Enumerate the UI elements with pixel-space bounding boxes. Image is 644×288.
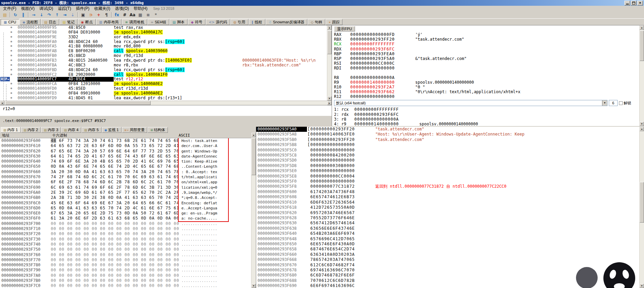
disasm-vscrollbar-track[interactable]: [327, 30, 332, 96]
dump-row[interactable]: 000000000293F7A000 00 00 00 00 00 00 00 …: [0, 273, 251, 278]
function-highlight-button[interactable]: fx: [113, 12, 121, 18]
menu-help[interactable]: 帮助(H): [131, 6, 150, 12]
dump-row[interactable]: 000000000293F6603A 20 30 0D 0A 41 63 63 …: [0, 169, 251, 174]
disasm-row[interactable]: ●0000000140009F9E33D2xor edx,edx: [0, 35, 327, 40]
dump-row[interactable]: 000000000293F6F061 3A 20 6E 6F 2D 63 61 …: [0, 216, 251, 221]
breakpoint-dot[interactable]: ●: [10, 45, 12, 47]
disasm-row[interactable]: ●0000000140009FC2E8 29020000call spoolsv…: [0, 73, 327, 77]
dump-tab-2[interactable]: ▤内存 2: [21, 127, 41, 133]
tab-breakpoints[interactable]: ◉断点: [78, 19, 96, 25]
tab-graph[interactable]: ◈流程图: [20, 19, 41, 25]
tab-log[interactable]: ▤日志: [41, 19, 59, 25]
register-row[interactable]: R120000000000000000: [334, 94, 639, 99]
dump-row[interactable]: 000000000293F61064 65 63 72 2E 63 6F 6D …: [0, 143, 251, 148]
argument-row[interactable]: 3: r8000000000000000A: [334, 117, 639, 122]
stack-row[interactable]: 000000000293F6906E6F69746163696C: [256, 283, 639, 288]
calling-convention-select[interactable]: 默认 (x64 fastcall) ▼: [334, 100, 607, 106]
register-row[interactable]: R90000000140000000spoolsv.00000001400000…: [334, 80, 639, 85]
dump-row[interactable]: 000000000293F76000 00 00 00 00 00 00 00 …: [0, 252, 251, 258]
tab-script[interactable]: ▤脚本: [170, 19, 187, 25]
tab-references[interactable]: ◎引用: [230, 19, 248, 25]
window-close-button[interactable]: ×: [637, 1, 643, 5]
disasm-row[interactable]: ●0000000140009FABE8 B0F00200call spoolsv…: [0, 49, 327, 54]
breakpoint-dot[interactable]: ●: [10, 92, 12, 95]
dump-tab-3[interactable]: ▤内存 3: [41, 127, 61, 133]
stack-row[interactable]: 000000000293F6106D6F632E72636564: [256, 200, 639, 205]
dump-row[interactable]: 000000000293F6C045 6E 63 6F 64 69 6E 67 …: [0, 201, 251, 206]
register-row[interactable]: R8000000000000000A: [334, 75, 639, 80]
disasm-row[interactable]: ●0000000140009FD30F84 09010000je spoolsv…: [0, 91, 327, 96]
dump-tab-6[interactable]: ◉监视 1: [102, 127, 121, 133]
dump-row[interactable]: 000000000293F72000 00 00 00 00 00 00 00 …: [0, 231, 251, 236]
stack-row[interactable]: 000000000293F6206957203A746E6567: [256, 210, 639, 215]
breakpoint-dot[interactable]: ●: [10, 64, 12, 66]
breakpoint-dot[interactable]: ●: [10, 49, 12, 52]
registers-vscrollbar-thumb[interactable]: [640, 30, 644, 61]
disasm-hscrollbar-track[interactable]: [4, 101, 327, 105]
register-row[interactable]: R11000000000293F662"0\r\nAccept: text/ht…: [334, 89, 639, 94]
stack-row[interactable]: 000000000293F6486576696C412D7065: [256, 236, 639, 242]
run-to-cursor-button[interactable]: ⇥: [61, 12, 69, 18]
breakpoint-dot[interactable]: ●: [10, 59, 12, 62]
dump-tab-5[interactable]: ▤内存 5: [82, 127, 102, 133]
stack-row[interactable]: 000000000293F668786574203A747065: [256, 257, 639, 262]
label-button[interactable]: #: [121, 12, 129, 18]
tab-source[interactable]: <>源代码: [206, 19, 230, 25]
dump-row[interactable]: 000000000293F64074 69 6F 6E 3A 20 4B 65 …: [0, 159, 251, 164]
tab-handles[interactable]: ◇句柄: [308, 19, 325, 25]
dump-vscrollbar-down-button[interactable]: ▼: [251, 284, 256, 288]
dump-row[interactable]: 000000000293F6500D 0A 43 6F 6E 74 65 6E …: [0, 164, 251, 169]
stack-row[interactable]: 000000000293F6086E657474612E6B73: [256, 194, 639, 200]
selected-byte[interactable]: 48: [51, 138, 56, 143]
breakpoint-dot[interactable]: ●: [10, 54, 12, 57]
disasm-hscrollbar-left-button[interactable]: ◄: [0, 101, 4, 105]
dump-row[interactable]: 000000000293F6D065 0D 0A 41 63 63 65 70 …: [0, 206, 251, 211]
argument-count-spinner[interactable]: 6: [609, 100, 618, 106]
disasm-row[interactable]: ●0000000140009FD045:85EDtest r13d,r13d: [0, 86, 327, 91]
screenshot-button[interactable]: ▣: [79, 12, 87, 18]
disasm-hscrollbar-thumb[interactable]: [5, 101, 151, 105]
disasm-vscrollbar[interactable]: ▲▼: [327, 25, 332, 101]
disasm-row[interactable]: ●0000000140009F980F84 DE010000je spoolsv…: [0, 30, 327, 35]
stack-row[interactable]: 000000000293F5A8[0000000140063FE0"Host: …: [256, 132, 639, 137]
stack-row[interactable]: 000000000293F5C00000000000000000: [256, 148, 639, 153]
register-row[interactable]: R10000000000293F2A7"0 ": [334, 85, 639, 89]
stack-vscrollbar[interactable]: ▲▼: [639, 127, 644, 288]
patch-button[interactable]: +: [95, 12, 103, 18]
registers-vscrollbar-up-button[interactable]: ▲: [640, 25, 644, 30]
disasm-vscrollbar-up-button[interactable]: ▲: [327, 25, 332, 30]
stack-row[interactable]: 000000000293F63863656E6E6F43746E: [256, 226, 639, 231]
stack-vscrollbar-down-button[interactable]: ▼: [640, 284, 644, 288]
dump-row[interactable]: 000000000293F77000 00 00 00 00 00 00 00 …: [0, 258, 251, 263]
argument-row[interactable]: 4: r90000000140000000spoolsv.00000001400…: [334, 122, 639, 126]
dump-row[interactable]: 000000000293F75000 00 00 00 00 00 00 00 …: [0, 247, 251, 252]
register-row[interactable]: RCX00000000FFFFFFFF: [334, 42, 639, 46]
breakpoint-dot[interactable]: ●: [10, 26, 12, 29]
register-row[interactable]: RBX000000000293FF20"task.attendecr.com": [334, 37, 639, 42]
dump-row[interactable]: 000000000293F6A02E 39 2C 69 6D 61 67 65 …: [0, 190, 251, 195]
disasm-row[interactable]: ●0000000140009FA541:B8 00080000mov r8d,8…: [0, 44, 327, 49]
show-fpu-button[interactable]: 显示FPU: [334, 26, 355, 32]
tab-threads[interactable]: ∥线程: [249, 19, 265, 25]
argument-row[interactable]: 1: rcx00000000FFFFFFFF: [334, 107, 639, 112]
dump-row[interactable]: 000000000293F71000 00 00 00 00 00 00 00 …: [0, 226, 251, 231]
stack-row[interactable]: 000000000293F6586874676E654C2D74: [256, 247, 639, 252]
stack-row[interactable]: 000000000293F670612C6C6D74682F74: [256, 263, 639, 268]
stack-row[interactable]: 000000000293F5A0[000000000293FF20"task.a…: [256, 127, 639, 132]
dump-vscrollbar[interactable]: ▲▼: [251, 133, 256, 288]
register-row[interactable]: RAX00000000000000FD'ý': [334, 32, 639, 37]
disasm-hscrollbar[interactable]: ◄►: [0, 101, 332, 105]
breakpoint-dot[interactable]: ●: [10, 73, 12, 76]
breakpoint-dot[interactable]: ●: [10, 68, 12, 71]
stack-row[interactable]: 000000000293F67869746163696C7070: [256, 268, 639, 273]
register-row[interactable]: RBP000000000293FEA0: [334, 52, 639, 56]
registers-vscrollbar[interactable]: ▲▼: [639, 25, 644, 126]
disasm-row[interactable]: RIP→0000000140009FC74D:85E4test r12,r12: [0, 77, 327, 82]
registers-vscrollbar-down-button[interactable]: ▼: [640, 122, 644, 126]
trace-into-button[interactable]: ⇣: [69, 12, 76, 18]
register-row[interactable]: RDX000000000293F6FC: [334, 47, 639, 52]
titlebar[interactable]: spoolsv.exe - PID: 2EF8 - 模块: spoolsv.ex…: [0, 0, 644, 6]
menu-favourites[interactable]: 收藏夹(I): [92, 6, 112, 12]
window-minimize-button[interactable]: [624, 1, 630, 5]
stack-row[interactable]: 000000000293F5C80000000084200200: [256, 153, 639, 158]
